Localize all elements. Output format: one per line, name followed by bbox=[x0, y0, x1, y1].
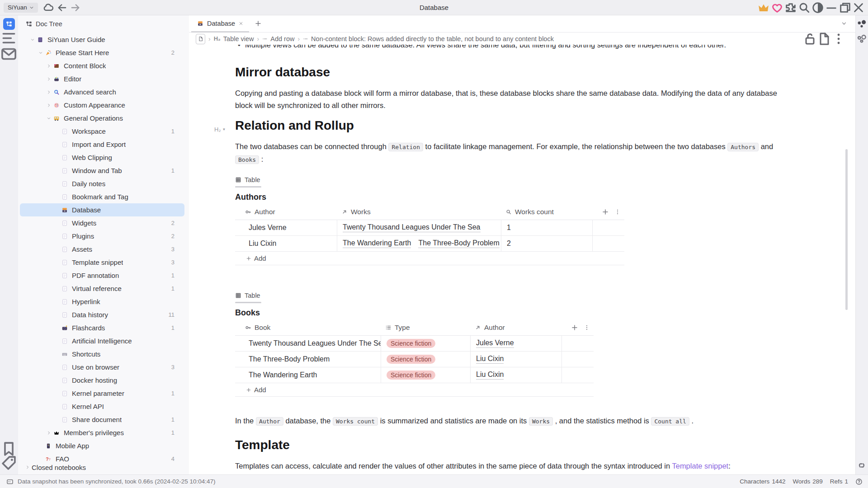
doc-tree-item-flashcards[interactable]: Flashcards1 bbox=[20, 321, 184, 334]
doc-tree-item-content-block[interactable]: Content Block bbox=[20, 59, 184, 72]
column-header-works-count[interactable]: Works count bbox=[501, 204, 592, 220]
heading-gutter[interactable]: H₂▼ bbox=[214, 122, 226, 137]
breadcrumb-doc-icon[interactable] bbox=[196, 34, 205, 44]
doc-tree-item-shortcuts[interactable]: Shortcuts bbox=[20, 347, 184, 361]
chevron-down-icon[interactable] bbox=[45, 115, 52, 122]
siyuan-menu-button[interactable]: SiYuan bbox=[4, 3, 38, 13]
table-cell[interactable]: Liu Cixin bbox=[470, 367, 561, 383]
doc-tree-item-faq[interactable]: ??FAQ4 bbox=[20, 452, 184, 461]
table-row[interactable]: Twenty Thousand Leagues Under The SeaSci… bbox=[235, 336, 594, 352]
doc-tree-item-bookmark-and-tag[interactable]: Bookmark and Tag bbox=[20, 190, 184, 203]
view-tab-table[interactable]: Table bbox=[235, 291, 794, 300]
editor-scrollbar[interactable] bbox=[845, 149, 848, 310]
relation-link[interactable]: Twenty Thousand Leagues Under The Sea bbox=[343, 223, 481, 232]
doc-tree-item-widgets[interactable]: Widgets2 bbox=[20, 216, 184, 230]
backlinks-dock-icon[interactable] bbox=[856, 460, 868, 471]
doc-tree-item-mobile-app[interactable]: Mobile App bbox=[20, 439, 184, 452]
forward-icon[interactable] bbox=[70, 2, 81, 14]
doc-tree-item-docker-hosting[interactable]: Docker hosting bbox=[20, 374, 184, 387]
relation-link[interactable]: Jules Verne bbox=[476, 339, 514, 348]
closed-notebooks-row[interactable]: Closed notebooks bbox=[18, 461, 189, 473]
table-cell[interactable]: Science fiction bbox=[381, 367, 470, 383]
breadcrumb-item[interactable]: Add row bbox=[262, 35, 294, 42]
doc-tree-item-import-and-export[interactable]: Import and Export bbox=[20, 138, 184, 151]
doc-tree-item-plugins[interactable]: Plugins2 bbox=[20, 230, 184, 243]
doc-tree-item-database[interactable]: Database bbox=[20, 203, 184, 216]
doc-tree-item-advanced-search[interactable]: Advanced search bbox=[20, 85, 184, 99]
tab-close-icon[interactable] bbox=[239, 21, 243, 26]
chevron-down-icon[interactable] bbox=[37, 49, 44, 56]
type-tag[interactable]: Science fiction bbox=[387, 339, 435, 348]
plugin-icon[interactable] bbox=[784, 0, 797, 15]
doc-link[interactable]: Template snippet bbox=[672, 462, 728, 470]
column-header-book[interactable]: Book bbox=[235, 320, 381, 335]
doc-properties-icon[interactable] bbox=[817, 33, 831, 45]
doc-tree-item-daily-notes[interactable]: Daily notes bbox=[20, 177, 184, 190]
table-cell[interactable]: Jules Verne bbox=[235, 220, 337, 235]
back-icon[interactable] bbox=[56, 2, 68, 14]
database-title[interactable]: Books bbox=[235, 307, 794, 318]
doc-tree-item-general-operations[interactable]: General Operations bbox=[20, 112, 184, 125]
graph-dock-icon[interactable] bbox=[856, 19, 868, 30]
table-row[interactable]: Jules VerneTwenty Thousand Leagues Under… bbox=[235, 220, 624, 236]
doc-tree-item-hyperlink[interactable]: Hyperlink bbox=[20, 295, 184, 308]
table-cell[interactable]: Jules Verne bbox=[470, 336, 561, 351]
type-tag[interactable]: Science fiction bbox=[387, 355, 435, 364]
doc-tree-item-use-on-browser[interactable]: Use on browser3 bbox=[20, 361, 184, 374]
tab-list-chevron-icon[interactable] bbox=[841, 21, 847, 26]
table-more-button[interactable] bbox=[584, 320, 590, 335]
column-header-works[interactable]: Works bbox=[337, 204, 501, 220]
relation-link[interactable]: The Three-Body Problem bbox=[418, 239, 499, 248]
close-button[interactable] bbox=[852, 0, 865, 15]
column-header-author[interactable]: Author bbox=[470, 320, 561, 335]
chevron-right-icon[interactable] bbox=[45, 429, 52, 436]
search-icon[interactable] bbox=[797, 0, 811, 15]
help-icon[interactable] bbox=[855, 478, 863, 485]
bookmark-dock-icon[interactable] bbox=[0, 443, 18, 454]
doc-tree-item-custom-appearance[interactable]: Custom Appearance bbox=[20, 99, 184, 112]
breadcrumb-item[interactable]: Non-content block: Rows added directly t… bbox=[303, 35, 554, 42]
table-row[interactable]: The Three-Body ProblemScience fictionLiu… bbox=[235, 352, 594, 367]
view-tab-table[interactable]: Table bbox=[235, 175, 794, 185]
doc-tree-item-artificial-intelligence[interactable]: Artificial Intelligence bbox=[20, 334, 184, 347]
doc-tree-item-share-document[interactable]: Share document1 bbox=[20, 413, 184, 426]
relation-link[interactable]: Liu Cixin bbox=[476, 371, 504, 380]
tag-dock-icon[interactable] bbox=[0, 457, 18, 468]
column-header-author[interactable]: Author bbox=[235, 204, 337, 220]
unlock-icon[interactable] bbox=[802, 33, 817, 45]
doc-tree-dock-button[interactable] bbox=[3, 18, 15, 30]
table-cell[interactable]: The Wandering EarthThe Three-Body Proble… bbox=[337, 236, 501, 251]
chevron-right-icon[interactable] bbox=[45, 102, 52, 109]
database-title[interactable]: Authors bbox=[235, 192, 794, 202]
table-cell[interactable]: Twenty Thousand Leagues Under The Sea bbox=[235, 336, 381, 351]
inbox-icon[interactable] bbox=[0, 48, 18, 59]
chevron-right-icon[interactable] bbox=[45, 75, 52, 83]
cloud-sync-icon[interactable] bbox=[42, 2, 54, 14]
doc-tree-item-assets[interactable]: Assets3 bbox=[20, 243, 184, 256]
minimize-button[interactable] bbox=[825, 0, 838, 15]
table-cell[interactable]: The Wandering Earth bbox=[235, 367, 381, 383]
tab-database[interactable]: Database bbox=[191, 15, 249, 32]
doc-tree-item-virtual-reference[interactable]: Virtual reference1 bbox=[20, 282, 184, 295]
membership-crown-icon[interactable] bbox=[757, 0, 770, 15]
doc-tree-item-please-start-here[interactable]: Please Start Here2 bbox=[20, 46, 184, 59]
column-header-type[interactable]: Type bbox=[381, 320, 470, 335]
doc-tree-item-member-s-privileges[interactable]: Member's privileges1 bbox=[20, 426, 184, 439]
relation-link[interactable]: The Wandering Earth bbox=[343, 239, 411, 248]
doc-tree-item-pdf-annotation[interactable]: PDF annotation1 bbox=[20, 269, 184, 282]
table-cell[interactable]: 1 bbox=[501, 220, 592, 235]
doc-tree-item-kernel-parameter[interactable]: Kernel parameter1 bbox=[20, 387, 184, 400]
restore-button[interactable] bbox=[838, 0, 852, 15]
chevron-down-icon[interactable] bbox=[29, 36, 36, 43]
chevron-right-icon[interactable] bbox=[45, 89, 52, 96]
sponsor-heart-icon[interactable] bbox=[770, 0, 784, 15]
theme-contrast-icon[interactable] bbox=[811, 0, 825, 15]
doc-tree-item-web-clipping[interactable]: Web Clipping bbox=[20, 151, 184, 164]
breadcrumb-item[interactable]: H₂Table view bbox=[214, 35, 254, 42]
type-tag[interactable]: Science fiction bbox=[387, 371, 435, 380]
table-row[interactable]: The Wandering EarthScience fictionLiu Ci… bbox=[235, 367, 594, 383]
doc-tree-item-workspace[interactable]: Workspace1 bbox=[20, 125, 184, 138]
table-cell[interactable]: 2 bbox=[501, 236, 592, 251]
table-row[interactable]: Liu CixinThe Wandering EarthThe Three-Bo… bbox=[235, 236, 624, 252]
add-row-button[interactable]: Add bbox=[235, 252, 624, 265]
